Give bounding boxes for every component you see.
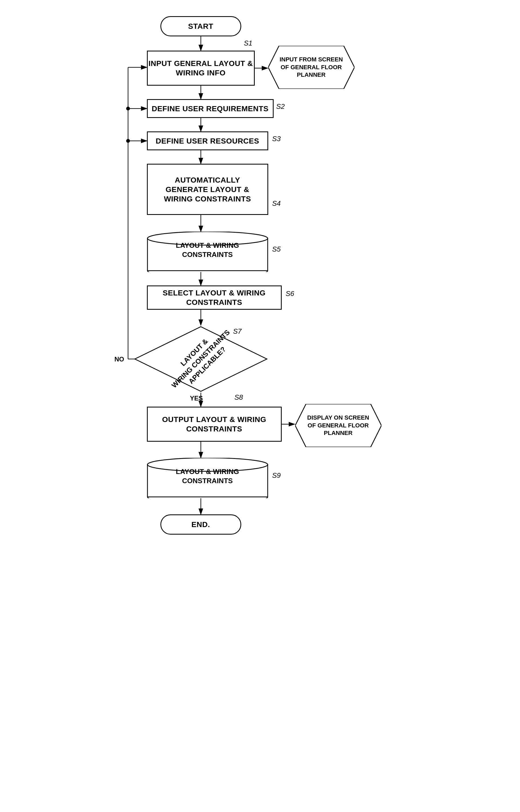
auto-generate-node: AUTOMATICALLY GENERATE LAYOUT & WIRING C… bbox=[147, 164, 268, 215]
end-label: END. bbox=[191, 520, 210, 529]
layout-db1-node: LAYOUT & WIRINGCONSTRAINTS bbox=[147, 232, 268, 272]
auto-generate-label: AUTOMATICALLY GENERATE LAYOUT & WIRING C… bbox=[164, 175, 251, 204]
output-layout-label: OUTPUT LAYOUT & WIRING CONSTRAINTS bbox=[162, 415, 266, 433]
end-node: END. bbox=[160, 514, 241, 535]
define-resources-label: DEFINE USER RESOURCES bbox=[156, 136, 259, 146]
no-label: NO bbox=[114, 356, 124, 363]
define-requirements-node: DEFINE USER REQUIREMENTS bbox=[147, 99, 274, 118]
display-on-screen-label: DISPLAY ON SCREENOF GENERAL FLOORPLANNER bbox=[307, 414, 369, 437]
s6-label: S6 bbox=[286, 289, 294, 298]
layout-db2-node: LAYOUT & WIRINGCONSTRAINTS bbox=[147, 458, 268, 498]
s1-label: S1 bbox=[244, 39, 253, 48]
s2-label: S2 bbox=[276, 102, 285, 111]
branch-dot-2 bbox=[126, 139, 130, 143]
input-general-label: INPUT GENERAL LAYOUT & WIRING INFO bbox=[149, 59, 253, 78]
input-general-node: INPUT GENERAL LAYOUT & WIRING INFO bbox=[147, 51, 255, 86]
select-layout-node: SELECT LAYOUT & WIRING CONSTRAINTS bbox=[147, 285, 282, 310]
define-requirements-label: DEFINE USER REQUIREMENTS bbox=[152, 104, 269, 113]
display-on-screen-node: DISPLAY ON SCREENOF GENERAL FLOORPLANNER bbox=[295, 404, 382, 447]
define-resources-node: DEFINE USER RESOURCES bbox=[147, 132, 268, 150]
layout-db1-label: LAYOUT & WIRINGCONSTRAINTS bbox=[176, 241, 239, 259]
start-label: START bbox=[188, 22, 213, 31]
diamond-node: LAYOUT &WIRING CONSTRAINTSAPPLICABLE? bbox=[133, 325, 268, 393]
s4-label: S4 bbox=[272, 199, 281, 208]
s3-label: S3 bbox=[272, 135, 281, 143]
s9-label: S9 bbox=[272, 471, 281, 480]
branch-dot-1 bbox=[126, 107, 130, 110]
layout-db2-label: LAYOUT & WIRINGCONSTRAINTS bbox=[176, 467, 239, 485]
yes-label: YES bbox=[190, 395, 203, 402]
s5-label: S5 bbox=[272, 245, 281, 253]
input-from-screen-label: INPUT FROM SCREENOF GENERAL FLOORPLANNER bbox=[280, 56, 343, 79]
select-layout-label: SELECT LAYOUT & WIRING CONSTRAINTS bbox=[163, 288, 266, 307]
input-from-screen-node: INPUT FROM SCREENOF GENERAL FLOORPLANNER bbox=[268, 46, 355, 89]
start-node: START bbox=[160, 16, 241, 36]
s7-label: S7 bbox=[233, 327, 242, 336]
output-layout-node: OUTPUT LAYOUT & WIRING CONSTRAINTS bbox=[147, 407, 282, 442]
s8-label: S8 bbox=[235, 393, 243, 401]
